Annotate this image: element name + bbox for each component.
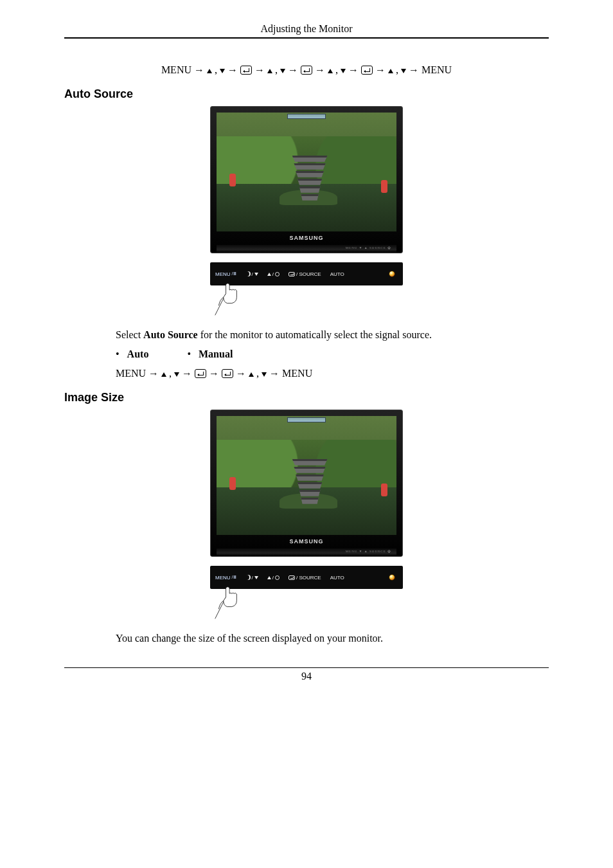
strip-up-sun-icon: / [267, 575, 280, 581]
seq-sep: , [396, 64, 401, 75]
monitor-frame: SAMSUNG MENU ▼ ▲ SOURCE ⏻ [210, 410, 403, 557]
monitor-base: MENU ▼ ▲ SOURCE ⏻ [217, 548, 396, 556]
button-strip-illustration: MENU/Ⅲ / / / SOURCE AUTO [210, 566, 403, 621]
auto-source-description: Select Auto Source for the monitor to au… [64, 329, 549, 341]
option-label: Auto [127, 348, 149, 360]
seq-arrow: → [182, 368, 195, 379]
osd-overlay [287, 417, 326, 422]
strip-menu-label: MENU/Ⅲ [215, 271, 236, 277]
seq-arrow: → [254, 64, 267, 75]
monitor-screen [217, 416, 396, 535]
auto-source-options: • Auto • Manual [64, 348, 549, 360]
enter-key-icon [195, 369, 206, 378]
option-auto: • Auto [116, 348, 148, 360]
monitor-frame: SAMSUNG MENU ▼ ▲ SOURCE ⏻ [210, 106, 403, 253]
seq-arrow: → [227, 64, 240, 75]
down-icon [401, 69, 406, 73]
monitor-base-labels: MENU ▼ ▲ SOURCE ⏻ [346, 550, 391, 553]
seq-sep: , [215, 64, 220, 75]
down-icon [280, 69, 285, 73]
strip-auto-label: AUTO [330, 271, 344, 277]
bullet-icon: • [116, 348, 120, 360]
seq-sep: , [169, 368, 174, 379]
hand-pointer-icon [213, 585, 249, 621]
osd-overlay [287, 114, 326, 119]
strip-source-label: / SOURCE [289, 271, 321, 277]
monitor-brand-label: SAMSUNG [217, 231, 396, 244]
seq-arrow: → [348, 64, 361, 75]
enter-key-icon [240, 66, 252, 75]
down-icon [220, 69, 225, 73]
strip-source-label: / SOURCE [289, 575, 321, 581]
enter-key-icon [301, 66, 312, 75]
up-icon [267, 69, 272, 73]
seq-text: MENU → [116, 368, 161, 379]
image-size-description: You can change the size of the screen di… [64, 633, 549, 644]
strip-auto-label: AUTO [330, 575, 344, 581]
monitor-illustration: SAMSUNG MENU ▼ ▲ SOURCE ⏻ [210, 410, 403, 557]
power-icon [389, 574, 395, 581]
header-rule [64, 37, 549, 39]
up-icon [388, 69, 393, 73]
seq-text: MENU → [161, 64, 207, 75]
strip-menu-label: MENU/Ⅲ [215, 575, 236, 581]
seq-sep: , [275, 64, 280, 75]
enter-key-icon [361, 66, 373, 75]
seq-text: → MENU [409, 64, 452, 75]
nav-sequence-1: MENU → , → → , → → , → → , → MENU [64, 64, 549, 76]
seq-text: → MENU [269, 368, 312, 379]
section-heading-auto-source: Auto Source [64, 87, 549, 101]
monitor-brand-label: SAMSUNG [217, 535, 396, 547]
button-strip-illustration: MENU/Ⅲ / / / SOURCE AUTO [210, 262, 403, 318]
bullet-icon: • [187, 348, 191, 360]
seq-arrow: → [209, 368, 222, 379]
seq-arrow: → [236, 368, 249, 379]
power-icon [389, 271, 395, 277]
option-manual: • Manual [187, 348, 233, 360]
down-icon [262, 372, 267, 377]
section-heading-image-size: Image Size [64, 391, 549, 404]
seq-arrow: → [375, 64, 386, 75]
monitor-illustration: SAMSUNG MENU ▼ ▲ SOURCE ⏻ [210, 106, 403, 253]
up-icon [249, 372, 254, 377]
seq-sep: , [335, 64, 341, 75]
up-icon [328, 69, 333, 73]
enter-key-icon [222, 369, 233, 378]
nav-sequence-2: MENU → , → → → , → MENU [64, 368, 549, 379]
seq-sep: , [256, 368, 262, 379]
monitor-base-labels: MENU ▼ ▲ SOURCE ⏻ [346, 246, 391, 249]
strip-brightness-icon: / [245, 271, 258, 277]
option-label: Manual [199, 348, 233, 360]
hand-pointer-icon [213, 282, 249, 318]
up-icon [161, 372, 166, 377]
down-icon [174, 372, 179, 377]
seq-arrow: → [315, 64, 328, 75]
strip-up-sun-icon: / [267, 271, 280, 277]
page-number: 94 [64, 668, 549, 682]
seq-arrow: → [288, 64, 298, 75]
up-icon [207, 69, 212, 73]
page-header-title: Adjusting the Monitor [64, 23, 549, 37]
monitor-screen [217, 113, 396, 231]
monitor-base: MENU ▼ ▲ SOURCE ⏻ [217, 245, 396, 253]
strip-brightness-icon: / [245, 575, 258, 581]
down-icon [341, 69, 346, 73]
